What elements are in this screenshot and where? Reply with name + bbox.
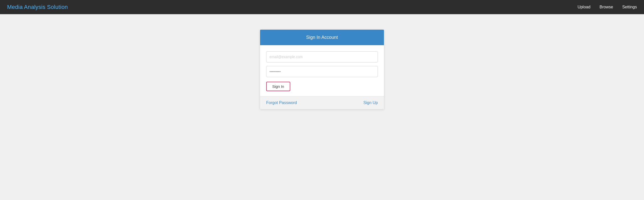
forgot-password-link[interactable]: Forgot Password xyxy=(266,101,297,105)
upload-link[interactable]: Upload xyxy=(578,5,590,9)
login-card-title: Sign In Account xyxy=(306,35,338,40)
brand-title: Media Analysis Solution xyxy=(7,4,68,10)
login-card: Sign In Account Sign In Forgot Password … xyxy=(260,29,384,109)
login-card-footer: Forgot Password Sign Up xyxy=(260,96,384,109)
navbar: Media Analysis Solution Upload Browse Se… xyxy=(0,0,644,14)
browse-link[interactable]: Browse xyxy=(600,5,613,9)
email-input[interactable] xyxy=(266,51,378,62)
page-content: Sign In Account Sign In Forgot Password … xyxy=(0,14,644,200)
sign-up-link[interactable]: Sign Up xyxy=(363,101,378,105)
login-card-header: Sign In Account xyxy=(260,30,384,45)
login-card-body: Sign In xyxy=(260,45,384,96)
password-input[interactable] xyxy=(266,66,378,77)
settings-link[interactable]: Settings xyxy=(622,5,637,9)
navbar-links: Upload Browse Settings xyxy=(578,5,637,9)
sign-in-button[interactable]: Sign In xyxy=(266,82,290,91)
